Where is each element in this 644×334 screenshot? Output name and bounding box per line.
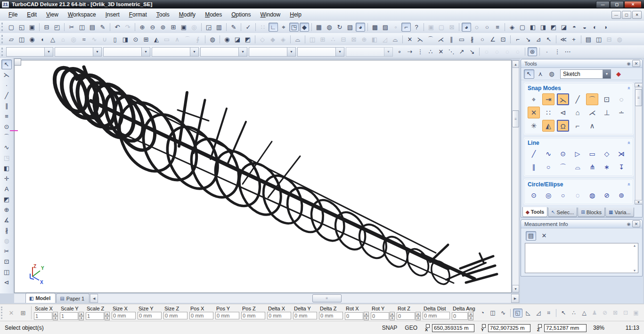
no-snap-icon[interactable]: ⌖ [528, 93, 540, 105]
field-value[interactable]: 0 mm [215, 312, 239, 319]
line-branch-icon[interactable]: ⋔ [586, 161, 598, 173]
close-panel-icon[interactable]: ✕ [632, 220, 640, 227]
scroll-up-icon[interactable]: ▲ [512, 60, 519, 68]
t-meet-icon[interactable]: ⋋ [416, 35, 425, 44]
wp-icon[interactable]: ◺ [523, 309, 533, 317]
collapse-chevron-icon[interactable]: » [626, 183, 631, 186]
orbit-icon[interactable]: ↻ [335, 23, 344, 32]
spinner[interactable]: ▲▼ [79, 312, 84, 320]
print-icon[interactable]: ⊟ [42, 23, 51, 32]
workplane-snap-icon[interactable]: ⊡ [601, 93, 613, 105]
image-icon[interactable]: ▩ [370, 23, 380, 32]
rel-b-icon[interactable]: ⋮ [553, 47, 562, 56]
angle-fit-icon[interactable]: ∠ [488, 35, 497, 44]
format-fill-tool[interactable]: ◩ [1, 194, 12, 204]
workspace-icon[interactable]: ▦ [314, 23, 324, 32]
dropdown-arrow-icon[interactable]: ▼ [287, 48, 295, 56]
undo-icon[interactable]: ↶ [113, 23, 122, 32]
ortho-snap-icon[interactable]: ✳ [528, 120, 540, 132]
arc-tool[interactable]: ⌒ [1, 132, 12, 142]
paste-special-icon[interactable]: ▥ [214, 23, 224, 32]
select-tool[interactable]: ↖ [1, 59, 12, 69]
degrade-icon[interactable]: △ [579, 309, 589, 317]
scroll-right-icon[interactable]: ▶ [511, 294, 519, 303]
scroll-down-icon[interactable]: ▼ [635, 200, 643, 204]
palette-tab-blocks[interactable]: ⊞Blocks [578, 208, 605, 217]
menu-workspace[interactable]: Workspace [63, 9, 101, 20]
collapse-chevron-icon[interactable]: » [626, 142, 631, 144]
app-icon[interactable]: 21 [1, 1, 9, 8]
image-trace-icon[interactable]: ▨ [381, 23, 390, 32]
close-panel-icon[interactable]: ✕ [632, 60, 640, 67]
property-combo-1[interactable]: ▼ [6, 47, 53, 57]
line-circle-tangent-icon[interactable]: ⊙ [557, 148, 569, 160]
property-combo-5[interactable]: ▼ [200, 47, 247, 57]
pyramid-icon[interactable]: ◭ [152, 35, 161, 44]
face-snap-icon[interactable]: ⌂ [571, 107, 584, 118]
disk-icon[interactable]: ⊙ [131, 35, 140, 44]
menu-modify[interactable]: Modify [174, 9, 200, 20]
cone-icon[interactable]: △ [48, 35, 57, 44]
vertex-snap-icon[interactable]: ⇥ [542, 93, 554, 105]
copy-icon[interactable]: ◫ [77, 23, 87, 32]
insert-drawing-icon[interactable]: ◲ [204, 23, 213, 32]
intersect-icon[interactable]: ◩ [243, 35, 253, 44]
dial-icon[interactable]: ◔ [478, 309, 487, 317]
inspector-grip[interactable] [1, 307, 4, 319]
paste-icon[interactable]: ▤ [88, 23, 97, 32]
property-combo-7[interactable]: ▼ [297, 47, 344, 57]
dropdown-arrow-icon[interactable]: ▼ [603, 70, 611, 78]
panel-node-icon[interactable]: ⋏ [535, 69, 546, 79]
field-value[interactable]: 0 [397, 312, 415, 320]
point-v-icon[interactable]: ⋮ [416, 47, 425, 56]
scroll-down-icon[interactable]: ▼ [632, 269, 637, 272]
property-combo-4[interactable]: ▼ [152, 47, 199, 57]
circle-fit-icon[interactable]: ○ [478, 35, 487, 44]
new-icon[interactable]: ▢ [7, 23, 16, 32]
cross-snap-icon[interactable]: + [569, 35, 579, 44]
render-hidden-line-icon[interactable]: ○ [482, 23, 492, 32]
scroll-up-icon[interactable]: ▲ [635, 83, 643, 87]
line-cross-icon[interactable]: ⋌ [436, 35, 446, 44]
format-painter-icon[interactable]: ✎ [229, 23, 238, 32]
line-polygon-icon[interactable]: ▷ [571, 148, 584, 160]
line-rectangle-icon[interactable]: ▭ [586, 148, 598, 160]
pin-icon[interactable]: ◉ [625, 221, 632, 227]
layer-flag-tool[interactable]: ⊲ [1, 277, 12, 287]
caliper-snap-icon[interactable]: ⌐ [571, 120, 584, 132]
stretch-icon[interactable]: ▭ [457, 35, 466, 44]
multiline-tool[interactable]: ≡ [1, 111, 12, 121]
save-icon[interactable]: ▣ [27, 23, 37, 32]
line-rotated-rect-icon[interactable]: ◇ [601, 148, 613, 160]
select-rect-tool[interactable]: ⊡ [1, 257, 12, 267]
stamp-icon[interactable]: ▤ [584, 35, 593, 44]
intersection-snap-icon[interactable]: ✕ [528, 107, 540, 118]
measurement-titlebar[interactable]: Measurement Info ◉ ✕ [521, 220, 642, 228]
dropdown-arrow-icon[interactable]: ▼ [190, 48, 198, 56]
extrude-icon[interactable]: ≈ [79, 35, 89, 44]
copy-coords-icon[interactable]: ◫ [488, 309, 497, 317]
open-icon[interactable]: ◱ [17, 23, 26, 32]
coordinate-y-value[interactable]: 762,907325 m [488, 324, 530, 332]
subtract-icon[interactable]: ◪ [233, 35, 242, 44]
field-value[interactable]: 0 mm [293, 312, 317, 319]
zoom-center-tool[interactable]: ⊕ [1, 205, 12, 215]
coordinate-x-value[interactable]: 650,359315 m [432, 324, 474, 332]
spinner[interactable]: ▲▼ [390, 312, 395, 320]
dropdown-arrow-icon[interactable]: ▼ [44, 48, 53, 56]
point-tool[interactable]: ∙ [1, 80, 12, 90]
drawing-canvas[interactable]: ZYX [14, 60, 512, 293]
facet-snap-icon[interactable]: ◭ [542, 120, 554, 132]
zoom-in-icon[interactable]: ⊕ [138, 23, 147, 32]
circle-diameter-icon[interactable]: ○ [557, 190, 569, 201]
toggle-geo[interactable]: GEO [405, 325, 417, 331]
menu-format[interactable]: Format [124, 9, 152, 20]
palette-tab-varia[interactable]: ▦Varia... [605, 208, 634, 217]
menu-insert[interactable]: Insert [101, 9, 124, 20]
tab-scroll-left-icon[interactable]: ◀ [90, 294, 98, 303]
panel-globe-icon[interactable]: ◍ [546, 69, 557, 79]
field-value[interactable]: 1 [60, 312, 78, 320]
field-value[interactable]: 0 mm [423, 312, 450, 319]
line-tangent-2arc-icon[interactable]: ⌓ [571, 161, 584, 173]
scroll-down-icon[interactable]: ▼ [512, 285, 519, 292]
